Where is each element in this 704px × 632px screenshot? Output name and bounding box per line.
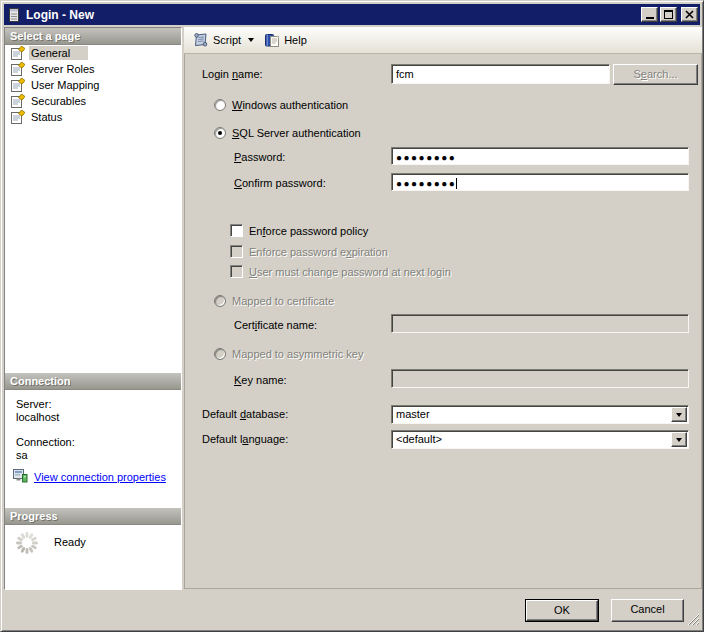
scroll-icon <box>193 32 209 48</box>
enforce-password-policy-checkbox[interactable] <box>230 224 243 237</box>
default-database-label: Default database: <box>202 408 288 421</box>
certificate-name-label: Certificate name: <box>234 319 317 332</box>
minimize-icon <box>646 17 654 19</box>
page-edit-icon <box>11 110 25 124</box>
connection-value: sa <box>16 449 28 461</box>
window-title: Login - New <box>26 8 639 22</box>
default-database-dropdown-button[interactable] <box>671 407 687 422</box>
default-database-combo[interactable]: master <box>391 405 689 424</box>
server-value: localhost <box>16 411 59 423</box>
chevron-down-icon <box>676 413 682 417</box>
script-dropdown-arrow-icon[interactable] <box>248 38 254 42</box>
sidebar-item-server-roles[interactable]: Server Roles <box>7 61 179 77</box>
page-edit-icon <box>11 78 25 92</box>
default-language-combo[interactable]: <default> <box>391 430 689 449</box>
sidebar-item-label: Securables <box>29 94 88 108</box>
view-connection-properties-link[interactable]: View connection properties <box>34 471 166 483</box>
key-name-label: Key name: <box>234 374 287 387</box>
windows-authentication-label: Windows authentication <box>232 99 348 112</box>
sidebar-item-label: User Mapping <box>29 78 101 92</box>
general-page-panel: Login name: fcm Search... Windows authen… <box>184 54 702 589</box>
connection-properties-icon <box>12 468 28 486</box>
sidebar-item-label: Status <box>29 110 64 124</box>
help-button[interactable]: Help <box>260 29 313 51</box>
close-button[interactable] <box>681 7 698 22</box>
close-icon <box>685 10 694 19</box>
mapped-to-asymmetric-key-radio <box>214 348 226 360</box>
login-name-label: Login name: <box>202 68 263 81</box>
password-label: Password: <box>234 151 285 164</box>
progress-status: Ready <box>54 536 86 548</box>
script-button[interactable]: Script <box>189 29 260 51</box>
server-app-icon <box>7 8 21 22</box>
maximize-icon <box>664 10 673 19</box>
sidebar: Select a page General Server Roles User … <box>4 27 182 590</box>
enforce-password-expiration-label: Enforce password expiration <box>249 246 388 259</box>
user-must-change-password-checkbox <box>230 265 243 278</box>
maximize-button[interactable] <box>660 7 677 22</box>
page-edit-icon <box>11 94 25 108</box>
login-new-dialog: Login - New Select a page General Server… <box>0 0 704 632</box>
confirm-password-label: Confirm password: <box>234 177 326 190</box>
page-edit-icon <box>11 62 25 76</box>
toolbar: Script Help <box>184 27 702 54</box>
mapped-to-certificate-radio <box>214 295 226 307</box>
enforce-password-expiration-checkbox <box>230 245 243 258</box>
server-label: Server: <box>16 398 51 410</box>
certificate-name-input <box>391 314 689 333</box>
connection-label: Connection: <box>16 436 75 448</box>
cancel-button[interactable]: Cancel <box>611 599 684 622</box>
confirm-password-input[interactable]: ●●●●●●●● <box>391 173 689 191</box>
login-name-input[interactable]: fcm <box>391 64 610 84</box>
default-language-dropdown-button[interactable] <box>671 432 687 447</box>
sidebar-item-securables[interactable]: Securables <box>7 93 179 109</box>
sidebar-item-user-mapping[interactable]: User Mapping <box>7 77 179 93</box>
page-edit-icon <box>11 46 25 60</box>
enforce-password-policy-label: Enforce password policy <box>249 225 368 238</box>
resize-grip[interactable] <box>686 612 699 627</box>
default-language-label: Default language: <box>202 433 288 446</box>
sidebar-item-status[interactable]: Status <box>7 109 179 125</box>
chevron-down-icon <box>676 438 682 442</box>
select-a-page-header: Select a page <box>5 28 181 45</box>
help-book-icon <box>264 32 280 48</box>
titlebar[interactable]: Login - New <box>4 4 700 25</box>
connection-header: Connection <box>5 373 181 390</box>
windows-authentication-radio[interactable] <box>214 99 226 111</box>
script-button-label: Script <box>213 34 241 46</box>
mapped-to-certificate-label: Mapped to certificate <box>232 295 334 308</box>
default-language-value: <default> <box>396 433 668 445</box>
sql-server-authentication-label: SQL Server authentication <box>232 127 361 140</box>
search-button: Search... <box>613 64 698 85</box>
default-database-value: master <box>396 408 668 420</box>
minimize-button[interactable] <box>641 7 658 22</box>
sidebar-item-general[interactable]: General <box>7 45 179 61</box>
text-caret <box>456 178 457 189</box>
sql-server-authentication-radio[interactable] <box>214 127 226 139</box>
ok-button[interactable]: OK <box>526 600 598 621</box>
key-name-input <box>391 369 689 388</box>
mapped-to-asymmetric-key-label: Mapped to asymmetric key <box>232 348 363 361</box>
progress-header: Progress <box>5 508 181 525</box>
spinner-icon <box>14 530 40 558</box>
help-button-label: Help <box>284 34 307 46</box>
user-must-change-password-label: User must change password at next login <box>249 266 451 279</box>
sidebar-item-label: Server Roles <box>29 62 97 76</box>
password-input[interactable]: ●●●●●●●● <box>391 147 689 165</box>
sidebar-item-label: General <box>29 46 88 60</box>
